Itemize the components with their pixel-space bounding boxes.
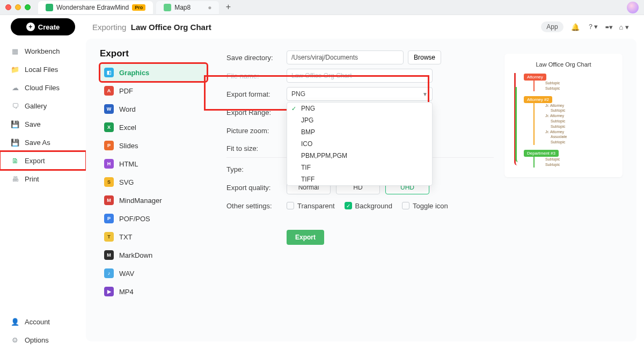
format-label: SVG: [119, 178, 134, 186]
format-label: Slides: [119, 142, 138, 150]
app-chip[interactable]: App: [541, 21, 563, 32]
format-option[interactable]: ICO: [287, 138, 432, 150]
format-item-wav[interactable]: ♪WAV: [100, 264, 207, 282]
format-option[interactable]: TIFF: [287, 173, 432, 185]
export-format-dropdown: PNG JPG BMP ICO PBM,PPM,PGM TIF TIFF: [287, 102, 433, 186]
format-option[interactable]: BMP: [287, 126, 432, 138]
file-name-label: File name:: [226, 72, 287, 80]
browse-button[interactable]: Browse: [408, 50, 441, 64]
export-format-select[interactable]: PNG ▼ PNG JPG BMP ICO PBM,PPM,PGM TIF TI…: [287, 87, 433, 101]
sidebar-item-account[interactable]: 👤Account: [0, 312, 86, 331]
preview-subnode: Subtopic: [551, 119, 616, 124]
help-icon[interactable]: ？▾: [587, 22, 598, 32]
format-label: HTML: [119, 160, 138, 168]
transparent-checkbox[interactable]: Transparent: [287, 202, 335, 210]
export-button[interactable]: Export: [287, 230, 324, 245]
format-item-excel[interactable]: XExcel: [100, 118, 207, 136]
html-icon: H: [104, 159, 114, 169]
create-button[interactable]: + Create: [11, 18, 75, 35]
file-name-input[interactable]: Law Office Org Chart: [287, 69, 433, 83]
save-dir-input[interactable]: /Users/viraj/Documents: [287, 50, 404, 64]
format-item-html[interactable]: HHTML: [100, 155, 207, 173]
format-label: Excel: [119, 123, 136, 132]
format-item-mindmanager[interactable]: MMindManager: [100, 191, 207, 209]
checkbox-icon: ✓: [345, 202, 352, 209]
tab-app[interactable]: Wondershare EdrawMind Pro: [38, 1, 153, 14]
slides-icon: P: [104, 141, 114, 150]
format-item-slides[interactable]: PSlides: [100, 136, 207, 155]
format-item-pofpos[interactable]: PPOF/POS: [100, 209, 207, 228]
pdf-icon: A: [104, 86, 114, 96]
window-close-icon[interactable]: [5, 4, 11, 10]
sidebar-item-localfiles[interactable]: 📁Local Files: [0, 60, 86, 78]
format-item-markdown[interactable]: MMarkDown: [100, 246, 207, 264]
checkbox-icon: [287, 202, 294, 209]
format-item-txt[interactable]: TTXT: [100, 228, 207, 246]
pro-badge: Pro: [132, 4, 145, 11]
preview-subnode: Jr. Attorney: [545, 129, 616, 135]
preview-subnode: Jr. Attorney: [545, 113, 616, 119]
tab-dirty-dot-icon: ●: [208, 4, 211, 11]
format-label: MarkDown: [119, 251, 152, 259]
format-item-svg[interactable]: SSVG: [100, 173, 207, 191]
export-heading: Export: [100, 48, 207, 59]
mindmanager-icon: M: [104, 195, 114, 205]
save-icon: 💾: [11, 120, 19, 128]
home-icon[interactable]: ⌂ ▾: [619, 23, 629, 31]
sidebar-label: Local Files: [25, 66, 58, 74]
avatar[interactable]: [627, 2, 639, 13]
window-maximize-icon[interactable]: [25, 4, 31, 10]
cloud-icon: ☁: [11, 83, 19, 92]
sidebar-label: Workbench: [25, 47, 60, 55]
sidebar-label: Options: [25, 336, 49, 344]
sidebar-item-export[interactable]: 🗎Export: [0, 151, 86, 170]
preview-title: Law Office Org Chart: [511, 61, 616, 68]
sidebar-item-options[interactable]: ⚙Options: [0, 331, 86, 349]
sidebar-item-save[interactable]: 💾Save: [0, 115, 86, 133]
sidebar-item-saveas[interactable]: 💾Save As: [0, 133, 86, 151]
format-item-pdf[interactable]: APDF: [100, 82, 207, 100]
grid-icon[interactable]: ▪▪ ▾: [605, 23, 612, 31]
format-label: Graphics: [119, 69, 149, 77]
preview-node: Attorney: [524, 74, 546, 81]
format-label: TXT: [119, 233, 133, 241]
graphics-icon: ◧: [104, 68, 114, 77]
sidebar-item-workbench[interactable]: ▦Workbench: [0, 42, 86, 60]
format-item-graphics[interactable]: ◧Graphics: [100, 63, 207, 82]
preview-panel: Law Office Org Chart Attorney Subtopic S…: [504, 54, 623, 177]
toggle-icon-checkbox[interactable]: Toggle icon: [402, 202, 448, 210]
format-label: MindManager: [119, 197, 162, 205]
format-option[interactable]: PBM,PPM,PGM: [287, 150, 432, 162]
window-controls: [5, 4, 31, 10]
format-option[interactable]: PNG: [287, 103, 432, 114]
crumb-title: Law Office Org Chart: [131, 23, 211, 32]
txt-icon: T: [104, 232, 114, 242]
sidebar-item-gallery[interactable]: 🗨Gallery: [0, 97, 86, 115]
tab-document[interactable]: Map8 ●: [156, 1, 219, 14]
background-label: Background: [355, 202, 392, 210]
doc-icon: [164, 4, 171, 11]
sidebar-label: Account: [25, 318, 50, 326]
sidebar-label: Gallery: [25, 102, 47, 110]
sidebar-label: Save: [25, 120, 41, 128]
format-item-mp4[interactable]: ▶MP4: [100, 282, 207, 301]
format-item-word[interactable]: WWord: [100, 100, 207, 118]
export-format-list: Export ◧Graphics APDF WWord XExcel PSlid…: [100, 48, 207, 332]
sidebar: ▦Workbench 📁Local Files ☁Cloud Files 🗨Ga…: [0, 39, 86, 349]
sidebar-label: Export: [25, 157, 45, 165]
background-checkbox[interactable]: ✓Background: [345, 202, 392, 210]
tab-bar: Wondershare EdrawMind Pro Map8 ● +: [38, 1, 234, 14]
folder-icon: 📁: [11, 65, 19, 74]
preview-subnode: Associate: [551, 134, 616, 140]
preview-subnode: Subtopic: [545, 162, 616, 168]
new-tab-button[interactable]: +: [222, 1, 234, 13]
format-option[interactable]: TIF: [287, 162, 432, 173]
format-option[interactable]: JPG: [287, 114, 432, 126]
toggle-icon-label: Toggle icon: [413, 202, 448, 210]
window-minimize-icon[interactable]: [15, 4, 21, 10]
bell-icon[interactable]: 🔔: [571, 23, 580, 31]
file-name-value: Law Office Org Chart: [291, 72, 352, 79]
sidebar-item-print[interactable]: 🖶Print: [0, 170, 86, 188]
export-quality-label: Export quality:: [226, 184, 287, 192]
sidebar-item-cloudfiles[interactable]: ☁Cloud Files: [0, 78, 86, 97]
